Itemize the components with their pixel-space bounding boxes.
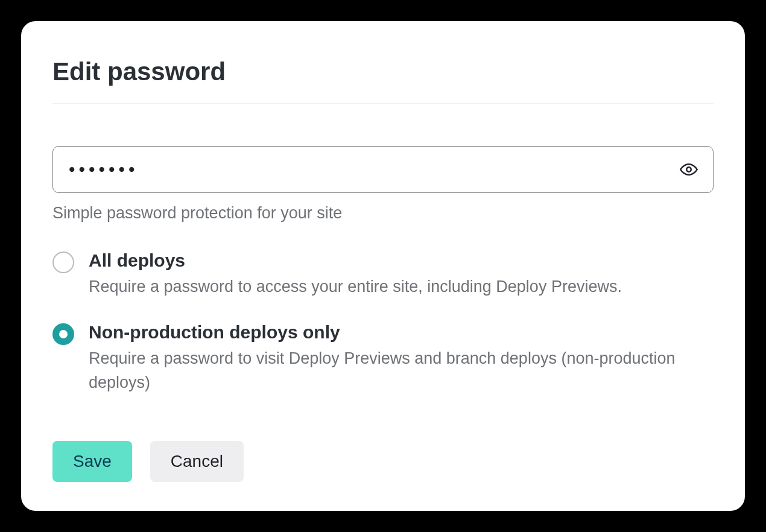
svg-point-0 [686,167,691,172]
page-title: Edit password [52,57,714,104]
password-hint: Simple password protection for your site [52,204,714,223]
option-label: Non-production deploys only [89,322,714,343]
option-non-production-deploys[interactable]: Non-production deploys only Require a pa… [52,322,714,395]
radio-unchecked-icon [52,252,74,273]
cancel-button[interactable]: Cancel [150,441,244,482]
eye-icon [680,160,698,179]
radio-checked-icon [52,323,74,345]
save-button[interactable]: Save [52,441,132,482]
option-all-deploys[interactable]: All deploys Require a password to access… [52,250,714,299]
action-buttons: Save Cancel [52,441,714,482]
option-description: Require a password to visit Deploy Previ… [89,346,714,395]
password-input-row [52,146,714,193]
password-input[interactable] [52,146,714,193]
password-field-group: Simple password protection for your site [52,146,714,223]
option-label: All deploys [89,250,714,271]
option-text: All deploys Require a password to access… [89,250,714,299]
deploy-scope-options: All deploys Require a password to access… [52,250,714,418]
option-text: Non-production deploys only Require a pa… [89,322,714,395]
option-description: Require a password to access your entire… [89,274,714,299]
toggle-password-visibility-button[interactable] [675,156,703,183]
edit-password-card: Edit password Simple password protection… [21,21,745,511]
